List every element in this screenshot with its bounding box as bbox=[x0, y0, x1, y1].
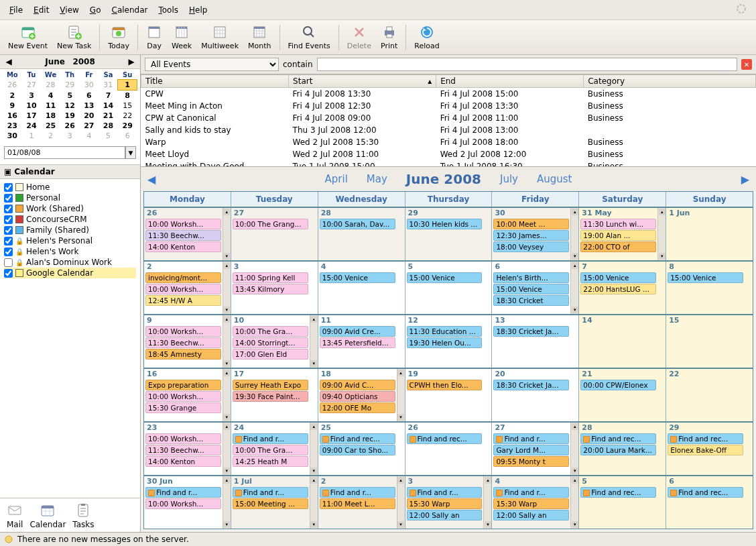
event-chip[interactable]: 10:00 Worksh... bbox=[145, 498, 221, 509]
filter-select[interactable]: All Events bbox=[145, 58, 279, 71]
nav-prev-arrow[interactable]: ◀ bbox=[147, 173, 155, 186]
minical-day[interactable]: 25 bbox=[41, 121, 60, 131]
menu-go[interactable]: Go bbox=[84, 4, 107, 16]
event-chip[interactable]: 18:30 Cricket Ja... bbox=[493, 326, 569, 337]
event-row[interactable]: CPWFri 4 Jul 2008 13:30Fri 4 Jul 2008 15… bbox=[141, 88, 756, 101]
minical-day[interactable]: 5 bbox=[99, 131, 118, 141]
scroll-down[interactable]: ▾ bbox=[572, 468, 578, 474]
scroll-down[interactable]: ▾ bbox=[659, 253, 666, 260]
day-scrollbar[interactable]: ▴▾ bbox=[570, 476, 578, 529]
clear-search-icon[interactable]: ✕ bbox=[741, 59, 752, 70]
minical-day[interactable]: 1 bbox=[118, 80, 137, 91]
calendar-checkbox[interactable] bbox=[4, 215, 13, 224]
day-cell[interactable]: 6Helen's Birth...15:00 Venice18:30 Crick… bbox=[492, 262, 579, 314]
minical-day[interactable]: 7 bbox=[99, 91, 118, 101]
menu-calendar[interactable]: Calendar bbox=[106, 4, 153, 16]
toolbar-month[interactable]: Month bbox=[244, 23, 275, 52]
toolbar-print[interactable]: Print bbox=[377, 23, 401, 52]
event-chip[interactable]: 10:00 Meet ... bbox=[493, 219, 569, 229]
toolbar-new-event[interactable]: New Event bbox=[4, 23, 52, 52]
toolbar-day[interactable]: Day bbox=[142, 23, 166, 52]
day-cell[interactable]: 25Find and rec...09:00 Car to Sho... bbox=[318, 423, 405, 475]
search-input[interactable] bbox=[317, 58, 737, 71]
scroll-up[interactable]: ▴ bbox=[223, 370, 230, 376]
menu-help[interactable]: Help bbox=[184, 4, 212, 16]
event-list[interactable]: TitleStart ▴EndCategoryCPWFri 4 Jul 2008… bbox=[141, 74, 756, 167]
event-chip[interactable]: Find and r... bbox=[493, 487, 569, 498]
col-header[interactable]: End bbox=[436, 75, 584, 88]
minical-day[interactable]: 10 bbox=[22, 101, 42, 111]
event-row[interactable]: WarpWed 2 Jul 2008 15:30Fri 4 Jul 2008 1… bbox=[141, 136, 756, 148]
calendar-item[interactable]: Family (Shared) bbox=[4, 225, 136, 235]
minical-day[interactable]: 12 bbox=[60, 101, 80, 111]
event-chip[interactable]: 15:00 Venice bbox=[493, 284, 569, 294]
calendar-checkbox[interactable] bbox=[4, 248, 13, 256]
calendar-item[interactable]: Google Calendar bbox=[4, 268, 136, 278]
scroll-up[interactable]: ▴ bbox=[572, 209, 578, 215]
day-cell[interactable]: 19CPWH then Elo... bbox=[405, 369, 493, 421]
calendar-item[interactable]: 🔒Helen's Work bbox=[4, 246, 136, 257]
event-chip[interactable]: 17:00 Glen Eld bbox=[233, 349, 308, 360]
day-scrollbar[interactable]: ▴▾ bbox=[657, 208, 666, 260]
event-chip[interactable]: 18:45 Amnesty bbox=[145, 349, 221, 360]
event-chip[interactable]: Find and r... bbox=[493, 433, 569, 444]
day-cell[interactable]: 31 May11:30 Lunch wi...19:00 Alan ...22:… bbox=[579, 208, 666, 260]
nav-next-arrow[interactable]: ▶ bbox=[741, 173, 749, 186]
scroll-up[interactable]: ▴ bbox=[485, 477, 491, 484]
event-row[interactable]: Meet LloydWed 2 Jul 2008 11:00Wed 2 Jul … bbox=[141, 148, 756, 160]
event-chip[interactable]: 11:30 Lunch wi... bbox=[580, 219, 656, 229]
toolbar-week[interactable]: Week bbox=[168, 23, 196, 52]
event-chip[interactable]: Find and r... bbox=[320, 487, 395, 498]
day-scrollbar[interactable]: ▴▾ bbox=[570, 262, 578, 314]
event-chip[interactable]: 13:45 Kilmory bbox=[233, 284, 308, 294]
event-chip[interactable]: 10:00 The Grang... bbox=[233, 219, 308, 229]
day-scrollbar[interactable]: ▴▾ bbox=[310, 315, 318, 368]
nav-calendar[interactable]: Calendar bbox=[29, 502, 66, 529]
event-chip[interactable]: 09:40 Opticians bbox=[320, 391, 395, 402]
scroll-down[interactable]: ▾ bbox=[223, 468, 230, 474]
event-chip[interactable]: Find and r... bbox=[145, 487, 221, 498]
minical-day[interactable]: 1 bbox=[22, 131, 42, 141]
menu-edit[interactable]: Edit bbox=[28, 4, 54, 16]
event-chip[interactable]: 10:00 Worksh... bbox=[145, 284, 221, 294]
day-cell[interactable]: 415:00 Venice bbox=[318, 262, 405, 314]
day-cell[interactable]: 1010:00 The Gra...14:00 Storringt...17:0… bbox=[231, 315, 318, 368]
event-chip[interactable]: Find and r... bbox=[407, 487, 483, 498]
scroll-down[interactable]: ▾ bbox=[310, 468, 317, 474]
scroll-down[interactable]: ▾ bbox=[310, 521, 317, 528]
event-chip[interactable]: 15:00 Venice bbox=[668, 272, 743, 283]
scroll-up[interactable]: ▴ bbox=[310, 316, 317, 323]
col-header[interactable]: Start ▴ bbox=[289, 75, 436, 88]
day-cell[interactable]: 2710:00 The Grang... bbox=[231, 208, 318, 260]
event-chip[interactable]: 14:00 Kenton bbox=[145, 241, 221, 252]
minical-day[interactable]: 6 bbox=[80, 91, 99, 101]
minical-day[interactable]: 27 bbox=[22, 80, 42, 91]
event-chip[interactable]: 11:00 Spring Kell bbox=[233, 272, 308, 283]
col-header[interactable]: Title bbox=[141, 75, 289, 88]
event-chip[interactable]: 10:00 Worksh... bbox=[145, 391, 221, 402]
minical-day[interactable]: 21 bbox=[99, 111, 118, 121]
day-cell[interactable]: 715:00 Venice22:00 HantsLUG ... bbox=[579, 262, 666, 314]
scroll-up[interactable]: ▴ bbox=[397, 370, 404, 376]
event-chip[interactable]: 15:30 Warp bbox=[407, 498, 483, 509]
day-scrollbar[interactable]: ▴▾ bbox=[570, 208, 578, 260]
event-chip[interactable]: 19:00 Alan ... bbox=[580, 230, 656, 241]
minical-day[interactable]: 17 bbox=[22, 111, 42, 121]
scroll-down[interactable]: ▾ bbox=[397, 414, 404, 421]
day-cell[interactable]: 28Find and rec...20:00 Laura Mark... bbox=[579, 423, 666, 475]
minical-day[interactable]: 23 bbox=[3, 121, 22, 131]
minical-day[interactable]: 9 bbox=[3, 101, 22, 111]
menu-tools[interactable]: Tools bbox=[153, 4, 184, 16]
minical-day[interactable]: 29 bbox=[60, 80, 80, 91]
event-chip[interactable]: 10:00 Worksh... bbox=[145, 219, 221, 229]
day-cell[interactable]: 26Find and rec... bbox=[405, 423, 493, 475]
day-cell[interactable]: 1109:00 Avid Cre...13:45 Petersfield... bbox=[318, 315, 405, 368]
minical-day[interactable]: 14 bbox=[99, 101, 118, 111]
minical-day[interactable]: 8 bbox=[118, 91, 137, 101]
calendar-item[interactable]: 🔒Helen's Personal bbox=[4, 235, 136, 246]
event-chip[interactable]: 10:00 Sarah, Dav... bbox=[320, 219, 395, 229]
day-cell[interactable]: 3Find and r...15:30 Warp12:00 Sally an▴▾ bbox=[405, 476, 493, 529]
day-cell[interactable]: 16Expo preparation10:00 Worksh...15:30 G… bbox=[144, 369, 231, 421]
scroll-down[interactable]: ▾ bbox=[572, 521, 578, 528]
toolbar-multiweek[interactable]: Multiweek bbox=[197, 23, 243, 52]
